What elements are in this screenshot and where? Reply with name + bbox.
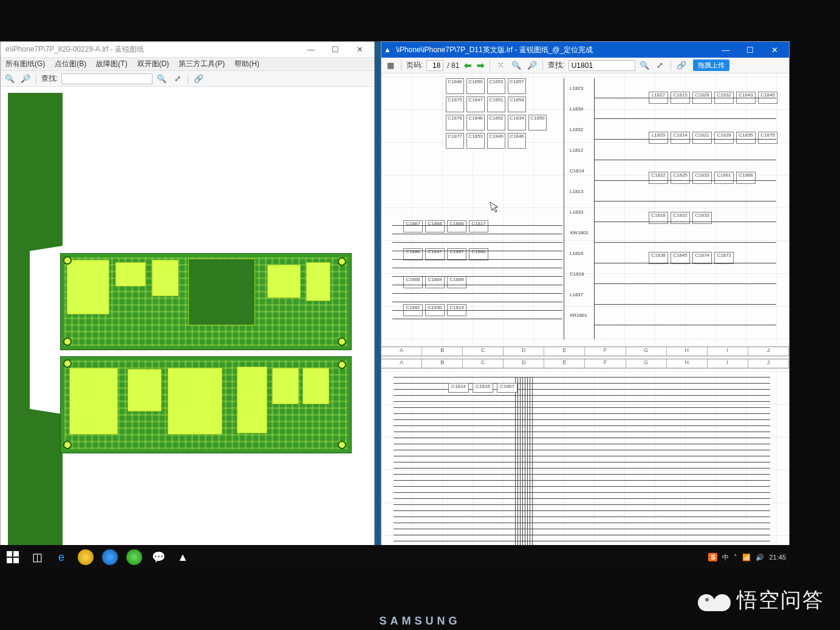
component-C1847[interactable]: C1847 — [466, 97, 485, 112]
system-tray[interactable]: S 中 ˄ 📶 🔊 21:45 — [708, 549, 786, 566]
zoom-out-icon[interactable]: 🔍 — [510, 59, 523, 72]
component-C1825[interactable]: C1825 — [671, 172, 690, 184]
component-C1851[interactable]: C1851 — [487, 97, 505, 112]
page-current-input[interactable] — [426, 60, 443, 71]
schematic-canvas[interactable]: ABCDEFGHIJ ABCDEFGHIJ C1846C1850C1852C18… — [381, 73, 789, 569]
component-C1835[interactable]: C1835 — [736, 132, 756, 144]
component-C1817[interactable]: C1817 — [469, 220, 488, 232]
component-C1875[interactable]: C1875 — [446, 97, 464, 112]
component-C1873[interactable]: C1873 — [714, 252, 734, 264]
expand-icon[interactable]: ⤢ — [654, 59, 667, 72]
component-C1857[interactable]: C1857 — [508, 78, 526, 94]
volume-icon[interactable]: 🔊 — [756, 554, 764, 561]
network-icon[interactable]: 📶 — [742, 554, 751, 561]
component-C1852[interactable]: C1852 — [487, 78, 505, 94]
app-icon-3[interactable] — [125, 548, 143, 566]
drag-upload-button[interactable]: 拖拽上传 — [693, 59, 729, 71]
component-C1850[interactable]: C1850 — [466, 78, 485, 94]
ime-indicator-icon[interactable]: S — [708, 553, 717, 561]
component-C1846[interactable]: C1846 — [446, 78, 464, 94]
component-C1875[interactable]: C1875 — [758, 132, 777, 144]
component-C1866[interactable]: C1866 — [447, 220, 466, 232]
component-C1847[interactable]: C1847 — [425, 248, 445, 260]
component-C1887[interactable]: C1887 — [447, 248, 466, 260]
search-icon[interactable]: 🔍 — [638, 59, 651, 72]
search-input-right[interactable] — [569, 60, 635, 71]
app-icon-1[interactable] — [77, 548, 95, 566]
close-button[interactable]: ✕ — [347, 43, 372, 56]
zoom-in-icon[interactable]: 🔎 — [525, 59, 539, 72]
component-C1853[interactable]: C1853 — [466, 133, 485, 149]
next-page-button[interactable]: ➡ — [476, 60, 486, 71]
prev-page-button[interactable]: ⬅ — [463, 60, 473, 71]
component-C1838[interactable]: C1838 — [649, 252, 668, 264]
component-C1849[interactable]: C1849 — [487, 133, 505, 149]
zoom-in-icon[interactable]: 🔎 — [19, 73, 32, 85]
component-C1868[interactable]: C1868 — [425, 220, 445, 232]
menu-position[interactable]: 点位图(B) — [52, 58, 89, 70]
link-icon[interactable]: 🔗 — [192, 73, 205, 85]
component-C1889[interactable]: C1889 — [447, 276, 466, 288]
component-C1886[interactable]: C1886 — [403, 248, 423, 260]
zoom-out-icon[interactable]: 🔍 — [3, 73, 16, 85]
titlebar-right[interactable]: ▲ \iPhone\iPhone7P\7P_D11英文版.lrf - 蓝锐图纸_… — [381, 42, 789, 58]
menu-help[interactable]: 帮助(H) — [232, 58, 262, 70]
component-C1852[interactable]: C1852 — [487, 115, 505, 130]
component-C1864[interactable]: C1864 — [425, 276, 445, 288]
page-layout-icon[interactable]: ▦ — [384, 59, 397, 72]
start-button[interactable] — [4, 548, 22, 566]
wechat-icon[interactable]: 💬 — [149, 548, 168, 566]
component-C1833[interactable]: C1833 — [692, 172, 712, 184]
component-C1868[interactable]: C1868 — [736, 172, 756, 184]
component-C1846[interactable]: C1846 — [466, 115, 485, 130]
search-icon[interactable]: 🔍 — [155, 73, 168, 85]
close-button[interactable]: ✕ — [762, 43, 787, 56]
windows-taskbar[interactable]: ◫ e 💬 ▲ S 中 ˄ 📶 🔊 21:45 — [0, 545, 790, 569]
component-C1821[interactable]: C1821 — [692, 132, 712, 144]
component-C1861[interactable]: C1861 — [714, 172, 734, 184]
component-C1867[interactable]: C1867 — [497, 383, 517, 393]
expand-icon[interactable]: ⤢ — [171, 73, 184, 85]
menu-third-party[interactable]: 第三方工具(P) — [176, 58, 227, 70]
component-C1806[interactable]: C1806 — [403, 276, 423, 288]
component-C1818[interactable]: C1818 — [473, 383, 493, 393]
component-C1866[interactable]: C1866 — [469, 248, 488, 260]
dice-icon[interactable]: ⁙ — [494, 59, 507, 72]
component-C1814[interactable]: C1814 — [671, 132, 690, 144]
menu-dual-open[interactable]: 双开图(D) — [135, 58, 172, 70]
titlebar-left[interactable]: e\iPhone7P\7P_820-00229-A.lrf - 蓝锐图纸 — ☐… — [1, 42, 374, 58]
task-view-icon[interactable]: ◫ — [28, 548, 46, 566]
search-input-left[interactable] — [61, 73, 152, 84]
edge-browser-icon[interactable]: e — [52, 548, 70, 566]
app-icon-4[interactable]: ▲ — [174, 548, 192, 566]
minimize-button[interactable]: — — [299, 43, 323, 56]
component-C1814[interactable]: C1814 — [448, 383, 469, 393]
component-C1846[interactable]: C1846 — [508, 133, 526, 149]
component-C1876[interactable]: C1876 — [446, 115, 464, 130]
watermark: 悟空问答 — [698, 586, 824, 614]
component-C1834[interactable]: C1834 — [508, 115, 526, 130]
component-C1874[interactable]: C1874 — [692, 252, 712, 264]
menu-all-drawings[interactable]: 所有图纸(G) — [3, 58, 47, 70]
component-C1854[interactable]: C1854 — [508, 97, 526, 112]
component-C1818[interactable]: C1818 — [649, 212, 668, 224]
component-L1829[interactable]: L1829 — [649, 132, 668, 144]
clock[interactable]: 21:45 — [769, 554, 786, 561]
component-C1828[interactable]: C1828 — [714, 132, 734, 144]
menu-fault[interactable]: 故障图(T) — [94, 58, 129, 70]
component-C1850[interactable]: C1850 — [528, 115, 547, 130]
maximize-button[interactable]: ☐ — [738, 43, 762, 56]
tray-overflow-icon[interactable]: ˄ — [734, 554, 737, 561]
ime-lang[interactable]: 中 — [722, 553, 729, 562]
component-C1877[interactable]: C1877 — [446, 133, 464, 149]
link-icon[interactable]: 🔗 — [675, 59, 688, 72]
component-C1867[interactable]: C1867 — [403, 220, 423, 232]
component-C1845[interactable]: C1845 — [671, 252, 690, 264]
component-C1833[interactable]: C1833 — [692, 212, 712, 224]
minimize-button[interactable]: — — [714, 43, 738, 56]
component-C1822[interactable]: C1822 — [649, 172, 668, 184]
component-C1822[interactable]: C1822 — [671, 212, 690, 224]
pcb-canvas[interactable] — [1, 87, 374, 569]
maximize-button[interactable]: ☐ — [323, 43, 347, 56]
app-icon-2[interactable] — [101, 548, 119, 566]
